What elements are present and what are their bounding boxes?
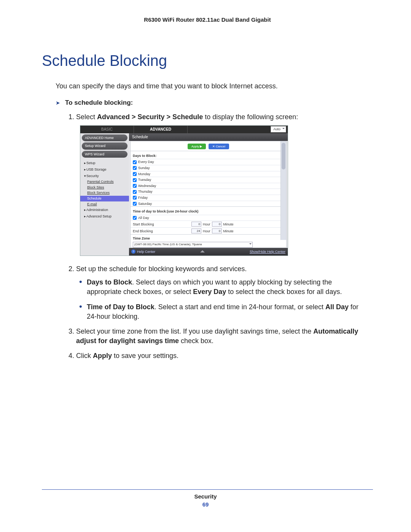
step-4: Click Apply to save your settings. — [76, 351, 365, 361]
step1-path: Advanced > Security > Schedule — [97, 113, 203, 121]
router-ui-screenshot: BASIC ADVANCED Auto ADVANCED Home Setup … — [80, 125, 288, 256]
cb-all-day[interactable] — [133, 216, 137, 220]
sidebar-advanced-home[interactable]: ADVANCED Home — [82, 134, 127, 142]
apply-button[interactable]: Apply ▶ — [188, 144, 206, 149]
step1-post: to display the following screen: — [203, 113, 298, 121]
footer-rule — [42, 489, 373, 490]
tab-advanced[interactable]: ADVANCED — [134, 126, 188, 133]
step-3: Select your time zone from the list. If … — [76, 327, 365, 346]
expand-up-icon[interactable] — [200, 248, 205, 252]
start-min-input[interactable]: 0 — [212, 222, 222, 227]
sidebar-item-usb[interactable]: ▸USB Storage — [80, 166, 129, 173]
cb-sunday[interactable] — [133, 166, 137, 170]
sidebar-sub-block-sites[interactable]: Block Sites — [80, 185, 129, 190]
cb-monday[interactable] — [133, 172, 137, 176]
scrollbar[interactable] — [280, 141, 286, 240]
sidebar-item-admin[interactable]: ▸Administration — [80, 207, 129, 213]
bullet-days: Days to Block. Select days on which you … — [76, 278, 365, 297]
procedure-label: To schedule blocking: — [65, 99, 133, 106]
start-hour-input[interactable]: 0 — [191, 222, 201, 227]
timezone-select[interactable]: (GMT-08:00) Pacific Time (US & Canada); … — [133, 242, 253, 248]
tab-basic[interactable]: BASIC — [80, 126, 134, 133]
help-center-link[interactable]: Help Center — [137, 249, 155, 254]
cb-tuesday[interactable] — [133, 178, 137, 182]
panel-title: Schedule — [129, 133, 288, 141]
timezone-title: Time Zone — [133, 236, 284, 242]
sidebar: ADVANCED Home Setup Wizard WPS Wizard ▸S… — [80, 133, 129, 256]
time-of-day-title: Time of day to block:(use 24-hour clock) — [131, 206, 286, 215]
procedure-heading: ➤ To schedule blocking: — [56, 98, 373, 107]
cb-thursday[interactable] — [133, 190, 137, 194]
bullet-time: Time of Day to Block. Select a start and… — [76, 302, 365, 321]
language-select[interactable]: Auto — [271, 126, 286, 133]
sidebar-item-security[interactable]: ▾Security — [80, 173, 129, 179]
footer-page-number: 69 — [0, 501, 411, 508]
sidebar-setup-wizard[interactable]: Setup Wizard — [82, 142, 127, 150]
sidebar-item-adv-setup[interactable]: ▸Advanced Setup — [80, 213, 129, 220]
start-blocking-label: Start Blocking — [133, 222, 190, 227]
sidebar-wps-wizard[interactable]: WPS Wizard — [82, 151, 127, 158]
footer-section: Security — [194, 493, 217, 500]
sidebar-sub-parental[interactable]: Parental Controls — [80, 179, 129, 185]
doc-header: R6300 WiFi Router 802.11ac Dual Band Gig… — [42, 16, 373, 24]
days-to-block-title: Days to Block: — [131, 151, 286, 159]
sidebar-sub-schedule[interactable]: Schedule — [80, 196, 129, 201]
sidebar-sub-block-services[interactable]: Block Services — [80, 190, 129, 196]
end-blocking-label: End Blocking — [133, 229, 190, 234]
chevron-right-icon: ➤ — [56, 100, 60, 106]
end-min-input[interactable]: 0 — [212, 228, 222, 233]
cancel-button[interactable]: ✕ Cancel — [209, 144, 229, 149]
cb-wednesday[interactable] — [133, 184, 137, 188]
end-hour-input[interactable]: 24 — [191, 228, 201, 233]
step-1: Select Advanced > Security > Schedule to… — [76, 112, 365, 256]
sidebar-sub-email[interactable]: E-mail — [80, 201, 129, 207]
step1-pre: Select — [76, 113, 97, 121]
step2-text: Set up the schedule for blocking keyword… — [76, 265, 247, 273]
cb-friday[interactable] — [133, 196, 137, 200]
step-2: Set up the schedule for blocking keyword… — [76, 264, 365, 321]
section-title: Schedule Blocking — [42, 50, 373, 71]
sidebar-item-setup[interactable]: ▸Setup — [80, 160, 129, 166]
cb-saturday[interactable] — [133, 202, 137, 206]
cb-every-day[interactable] — [133, 160, 137, 164]
page-footer: Security 69 — [0, 493, 411, 508]
intro-text: You can specify the days and time that y… — [56, 81, 373, 91]
help-icon[interactable]: ? — [131, 249, 135, 254]
toggle-help-link[interactable]: Show/Hide Help Center — [250, 249, 285, 254]
